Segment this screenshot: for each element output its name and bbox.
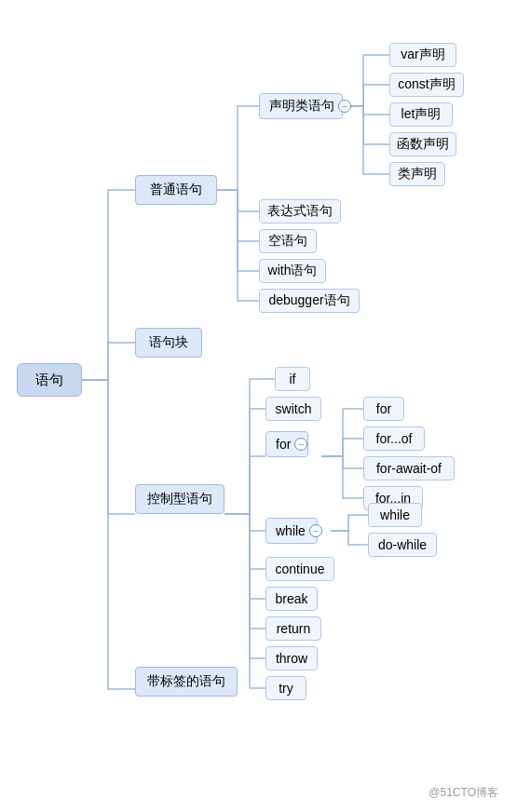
class-leaf: 类声明: [389, 162, 445, 186]
control-statement-node: 控制型语句: [135, 484, 224, 514]
mind-map: 语句 普通语句 语句块 控制型语句 带标签的语句 声明类语句 − var声明 c…: [0, 0, 517, 812]
forawaitof-leaf: for-await-of: [363, 456, 455, 480]
const-leaf: const声明: [389, 73, 464, 97]
expr-leaf: 表达式语句: [259, 199, 341, 223]
let-leaf: let声明: [389, 102, 453, 127]
switch-leaf: switch: [265, 397, 321, 421]
control-label: 控制型语句: [147, 491, 212, 508]
continue-leaf: continue: [265, 557, 334, 581]
normal-statement-node: 普通语句: [135, 175, 217, 205]
try-leaf: try: [265, 676, 306, 700]
for-leaf: for: [363, 397, 404, 421]
debugger-leaf: debugger语句: [259, 289, 360, 313]
normal-label: 普通语句: [150, 182, 202, 198]
block-label: 语句块: [149, 334, 188, 351]
throw-leaf: throw: [265, 646, 318, 670]
root-label: 语句: [35, 372, 63, 389]
if-leaf: if: [275, 367, 310, 391]
block-statement-node: 语句块: [135, 328, 202, 358]
break-leaf: break: [265, 587, 318, 611]
empty-leaf: 空语句: [259, 229, 317, 253]
func-leaf: 函数声明: [389, 132, 456, 156]
for-node: for −: [265, 431, 308, 457]
decl-collapse-icon[interactable]: −: [338, 100, 351, 113]
return-leaf: return: [265, 616, 321, 641]
with-leaf: with语句: [259, 259, 326, 283]
var-leaf: var声明: [389, 43, 456, 67]
for-collapse-icon[interactable]: −: [294, 438, 307, 451]
while-leaf: while: [368, 503, 422, 527]
while-node: while −: [265, 518, 318, 544]
watermark: @51CTO博客: [429, 785, 498, 801]
root-node: 语句: [17, 363, 82, 397]
decl-statement-node: 声明类语句 −: [259, 93, 343, 119]
labeled-statement-node: 带标签的语句: [135, 667, 238, 697]
dowhile-leaf: do-while: [368, 533, 437, 557]
while-collapse-icon[interactable]: −: [309, 524, 322, 537]
forof-leaf: for...of: [363, 426, 425, 451]
labeled-label: 带标签的语句: [147, 673, 225, 690]
decl-label: 声明类语句: [269, 98, 334, 115]
